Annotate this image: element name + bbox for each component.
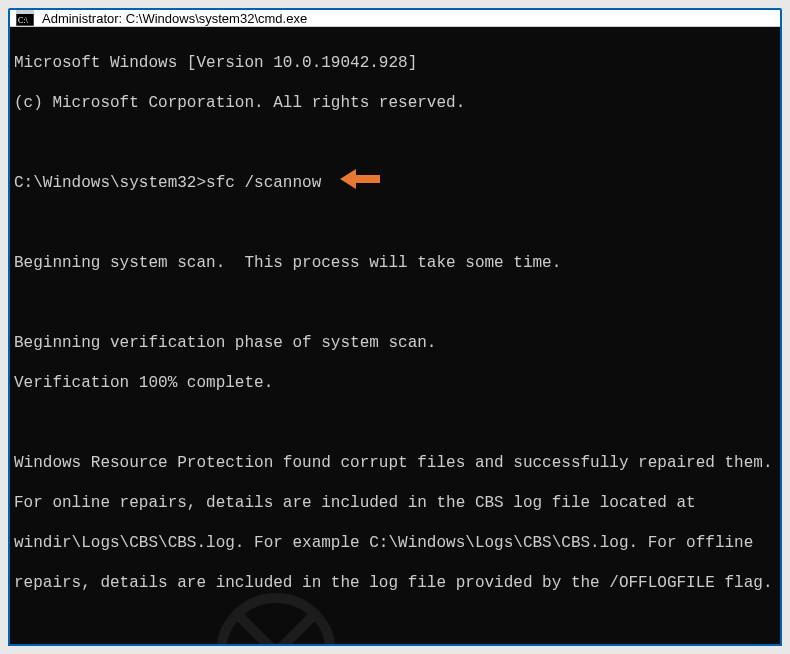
cmd-app-icon: C:\ <box>16 10 34 26</box>
window-title: Administrator: C:\Windows\system32\cmd.e… <box>42 11 774 26</box>
typed-command: sfc /scannow <box>206 174 321 192</box>
console-blank <box>14 133 776 153</box>
console-line: C:\Windows\system32>sfc /scannow <box>14 173 776 193</box>
console-blank <box>14 213 776 233</box>
console-line: windir\Logs\CBS\CBS.log. For example C:\… <box>14 533 776 553</box>
console-line: (c) Microsoft Corporation. All rights re… <box>14 93 776 113</box>
console-blank <box>14 413 776 433</box>
console-line: Beginning verification phase of system s… <box>14 333 776 353</box>
prompt: C:\Windows\system32> <box>14 174 206 192</box>
svg-rect-1 <box>16 10 34 14</box>
console-line: Windows Resource Protection found corrup… <box>14 453 776 473</box>
console-line: For online repairs, details are included… <box>14 493 776 513</box>
window-titlebar[interactable]: C:\ Administrator: C:\Windows\system32\c… <box>10 10 780 27</box>
console-line: Verification 100% complete. <box>14 373 776 393</box>
cmd-window: C:\ Administrator: C:\Windows\system32\c… <box>8 8 782 646</box>
svg-text:C:\: C:\ <box>18 16 29 25</box>
console-blank <box>14 613 776 633</box>
console-line: repairs, details are included in the log… <box>14 573 776 593</box>
console-output[interactable]: Microsoft Windows [Version 10.0.19042.92… <box>10 27 780 646</box>
console-line: Microsoft Windows [Version 10.0.19042.92… <box>14 53 776 73</box>
console-line: Beginning system scan. This process will… <box>14 253 776 273</box>
console-blank <box>14 293 776 313</box>
